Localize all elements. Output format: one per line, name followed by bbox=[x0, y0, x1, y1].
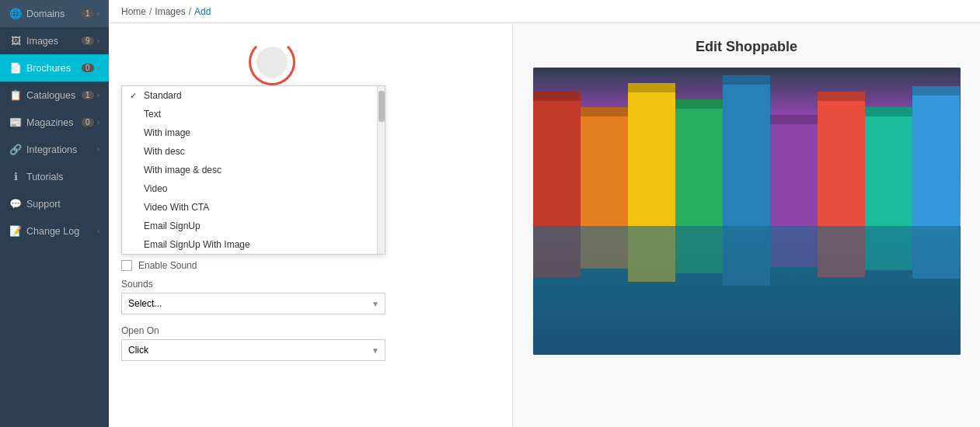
sidebar-label-changelog: Change Log bbox=[26, 226, 79, 237]
sidebar: 🌐 Domains 1 › 🖼 Images 9 › 📄 Brochures 0… bbox=[0, 0, 109, 427]
reflection-5 bbox=[723, 226, 770, 286]
dropdown-item-label-email-signup-image: Email SignUp With Image bbox=[144, 239, 250, 250]
scrollbar-thumb bbox=[378, 91, 385, 122]
breadcrumb-sep2: / bbox=[189, 6, 191, 17]
brochures-icon: 📄 bbox=[9, 62, 22, 74]
open-on-label: Open On bbox=[121, 325, 385, 336]
dropdown-item-email-signup-image[interactable]: Email SignUp With Image bbox=[122, 235, 377, 254]
integrations-icon: 🔗 bbox=[9, 144, 22, 155]
catalogues-arrow: › bbox=[97, 91, 99, 99]
sidebar-item-magazines[interactable]: 📰 Magazines 0 › bbox=[0, 109, 109, 136]
magazines-arrow: › bbox=[97, 118, 99, 127]
tutorials-icon: ℹ bbox=[9, 171, 22, 182]
sidebar-item-integrations[interactable]: 🔗 Integrations › bbox=[0, 136, 109, 163]
dropdown-scroll-area: ✓ Standard Text With image bbox=[122, 86, 385, 254]
reflection-6 bbox=[770, 226, 818, 267]
enable-sound-label: Enable Sound bbox=[138, 260, 197, 271]
sidebar-item-images[interactable]: 🖼 Images 9 › bbox=[0, 27, 109, 54]
images-badge: 9 bbox=[82, 36, 94, 45]
sidebar-label-brochures: Brochures bbox=[26, 63, 71, 74]
left-panel: Type of HotS... ✓ Standard bbox=[109, 23, 513, 427]
hotspot-type-dropdown-wrapper: Type of HotS... ✓ Standard bbox=[121, 85, 385, 96]
reflection-4 bbox=[675, 226, 723, 273]
open-on-section: Open On Click Hover ▼ bbox=[121, 325, 385, 361]
sidebar-item-domains[interactable]: 🌐 Domains 1 › bbox=[0, 0, 109, 27]
buildings-image bbox=[533, 68, 961, 355]
domains-arrow: › bbox=[97, 9, 99, 18]
dropdown-item-with-image-desc[interactable]: With image & desc bbox=[122, 161, 377, 179]
dropdown-item-label-video: Video bbox=[144, 183, 167, 194]
catalogues-badge: 1 bbox=[82, 91, 94, 99]
building-3 bbox=[628, 83, 675, 225]
hotspot-circle-indicator bbox=[249, 39, 295, 85]
enable-sound-row: Enable Sound bbox=[121, 260, 385, 271]
sidebar-item-catalogues[interactable]: 📋 Catalogues 1 › bbox=[0, 82, 109, 109]
reflection-3 bbox=[628, 226, 675, 282]
sidebar-label-catalogues: Catalogues bbox=[26, 90, 75, 101]
brochures-arrow: › bbox=[97, 64, 99, 72]
changelog-arrow: › bbox=[97, 227, 99, 235]
sounds-section: Sounds Select... ▼ bbox=[121, 279, 385, 314]
breadcrumb-sep1: / bbox=[149, 6, 152, 17]
dropdown-item-email-signup[interactable]: Email SignUp bbox=[122, 217, 377, 235]
breadcrumb-home[interactable]: Home bbox=[121, 6, 146, 17]
magazines-icon: 📰 bbox=[9, 116, 22, 128]
sidebar-label-domains: Domains bbox=[26, 9, 65, 19]
buildings-reflection bbox=[533, 226, 961, 312]
building-9 bbox=[912, 86, 960, 225]
support-icon: 💬 bbox=[9, 198, 22, 210]
building-6 bbox=[770, 115, 818, 225]
main-area: Home / Images / Add Type of HotS... bbox=[109, 0, 980, 427]
dropdown-item-label-with-image: With image bbox=[144, 127, 190, 138]
reflection-2 bbox=[581, 226, 628, 269]
catalogues-icon: 📋 bbox=[9, 89, 22, 101]
right-panel: Edit Shoppable bbox=[513, 23, 980, 427]
checkmark-standard: ✓ bbox=[130, 91, 139, 101]
breadcrumb: Home / Images / Add bbox=[109, 0, 980, 23]
building-7 bbox=[818, 92, 865, 226]
dropdown-item-standard[interactable]: ✓ Standard bbox=[122, 86, 377, 105]
changelog-icon: 📝 bbox=[9, 225, 22, 237]
sidebar-item-brochures[interactable]: 📄 Brochures 0 › bbox=[0, 54, 109, 82]
building-8 bbox=[865, 107, 912, 226]
reflection-9 bbox=[912, 226, 960, 279]
dropdown-item-label-email-signup: Email SignUp bbox=[144, 220, 201, 231]
dropdown-item-label-with-desc: With desc bbox=[144, 146, 185, 157]
dropdown-item-label-standard: Standard bbox=[144, 90, 182, 101]
dropdown-item-with-desc[interactable]: With desc bbox=[122, 142, 377, 161]
domains-icon: 🌐 bbox=[9, 8, 22, 19]
buildings-row bbox=[533, 68, 961, 226]
integrations-arrow: › bbox=[97, 145, 99, 154]
open-on-select[interactable]: Click Hover bbox=[121, 339, 385, 361]
building-1 bbox=[533, 92, 581, 226]
dropdown-item-label-text: Text bbox=[144, 109, 161, 120]
breadcrumb-images[interactable]: Images bbox=[155, 6, 185, 17]
dropdown-item-with-image[interactable]: With image bbox=[122, 123, 377, 142]
sidebar-label-support: Support bbox=[26, 199, 61, 210]
dropdown-item-video[interactable]: Video bbox=[122, 179, 377, 198]
reflection-1 bbox=[533, 226, 581, 278]
sounds-select-wrapper: Select... ▼ bbox=[121, 293, 385, 314]
shoppable-image-container bbox=[533, 68, 961, 355]
sidebar-item-tutorials[interactable]: ℹ Tutorials bbox=[0, 163, 109, 190]
reflection-8 bbox=[865, 226, 912, 271]
sidebar-label-tutorials: Tutorials bbox=[26, 172, 63, 182]
dropdown-item-video-cta[interactable]: Video With CTA bbox=[122, 198, 377, 217]
building-4 bbox=[675, 99, 723, 226]
sounds-select[interactable]: Select... bbox=[121, 293, 385, 314]
sidebar-item-changelog[interactable]: 📝 Change Log › bbox=[0, 217, 109, 245]
sidebar-item-support[interactable]: 💬 Support bbox=[0, 190, 109, 217]
hotspot-inner bbox=[256, 47, 288, 78]
images-icon: 🖼 bbox=[9, 35, 22, 47]
dropdown-item-text[interactable]: Text bbox=[122, 105, 377, 123]
hotspot-type-dropdown-menu[interactable]: ✓ Standard Text With image bbox=[121, 85, 385, 255]
dropdown-list: ✓ Standard Text With image bbox=[122, 86, 377, 254]
page-title: Edit Shoppable bbox=[696, 39, 797, 55]
magazines-badge: 0 bbox=[82, 118, 94, 127]
building-5 bbox=[723, 75, 770, 225]
dropdown-item-label-video-cta: Video With CTA bbox=[144, 202, 209, 213]
sidebar-label-magazines: Magazines bbox=[26, 117, 73, 128]
enable-sound-checkbox[interactable] bbox=[121, 260, 132, 271]
form-area: Type of HotS... ✓ Standard bbox=[121, 85, 385, 361]
dropdown-scrollbar[interactable] bbox=[377, 86, 385, 254]
